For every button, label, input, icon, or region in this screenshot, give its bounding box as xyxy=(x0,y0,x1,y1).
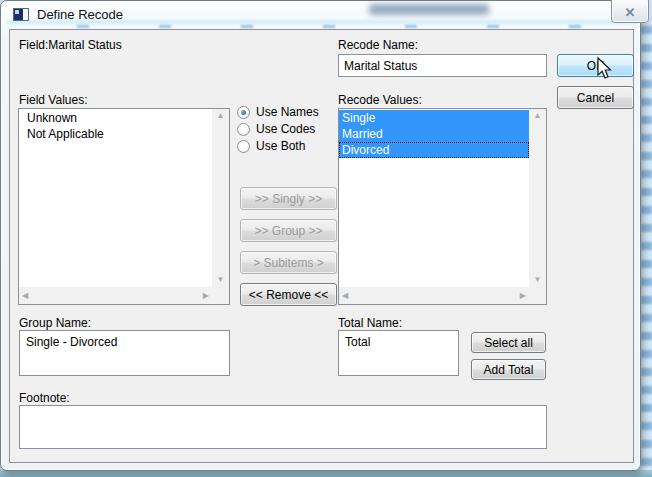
list-item-selected[interactable]: Single xyxy=(339,110,529,126)
scroll-up-icon[interactable]: ▲ xyxy=(534,112,542,120)
radio-use-both[interactable]: Use Both xyxy=(237,139,305,153)
radio-button-icon[interactable] xyxy=(237,123,250,136)
list-item[interactable]: Unknown xyxy=(19,110,212,126)
window-title: Define Recode xyxy=(37,7,123,22)
horizontal-scrollbar[interactable]: ◀ ▶ xyxy=(19,287,212,304)
select-all-button[interactable]: Select all xyxy=(471,332,546,353)
field-values-label: Field Values: xyxy=(19,93,87,107)
scroll-right-icon[interactable]: ▶ xyxy=(203,292,209,300)
scroll-down-icon[interactable]: ▼ xyxy=(534,276,542,284)
vertical-scrollbar[interactable]: ▲ ▼ xyxy=(529,109,546,287)
group-name-input[interactable]: Single - Divorced xyxy=(19,330,230,376)
define-recode-dialog: Define Recode ✕ Field:Marital Status Rec… xyxy=(0,0,641,471)
recode-name-input[interactable] xyxy=(338,54,547,77)
scroll-right-icon[interactable]: ▶ xyxy=(520,292,526,300)
radio-use-codes[interactable]: Use Codes xyxy=(237,122,315,136)
screen: Define Recode ✕ Field:Marital Status Rec… xyxy=(0,0,652,477)
radio-use-names[interactable]: Use Names xyxy=(237,105,319,119)
vertical-scrollbar[interactable]: ▲ ▼ xyxy=(212,109,229,287)
group-button[interactable]: >> Group >> xyxy=(240,219,337,242)
app-icon xyxy=(13,8,29,21)
subitems-button[interactable]: > Subitems > xyxy=(240,251,337,274)
close-button[interactable]: ✕ xyxy=(611,0,649,23)
list-item-selected-focused[interactable]: Divorced xyxy=(339,142,529,158)
title-bar[interactable]: Define Recode xyxy=(1,1,642,29)
list-item[interactable]: Not Applicable xyxy=(19,126,212,142)
list-item-selected[interactable]: Married xyxy=(339,126,529,142)
recode-name-label: Recode Name: xyxy=(338,38,418,52)
radio-button-icon[interactable] xyxy=(237,140,250,153)
total-name-label: Total Name: xyxy=(338,316,402,330)
background-window-edge xyxy=(0,470,652,477)
group-name-label: Group Name: xyxy=(19,316,91,330)
recode-values-listbox[interactable]: Single Married Divorced ▲ ▼ ◀ ▶ xyxy=(338,108,547,305)
scroll-left-icon[interactable]: ◀ xyxy=(22,292,28,300)
recode-values-label: Recode Values: xyxy=(338,93,422,107)
field-values-listbox[interactable]: Unknown Not Applicable ▲ ▼ ◀ ▶ xyxy=(18,108,230,305)
total-name-input[interactable]: Total xyxy=(338,330,459,376)
add-total-button[interactable]: Add Total xyxy=(471,359,546,380)
cancel-button[interactable]: Cancel xyxy=(557,86,634,109)
remove-button[interactable]: << Remove << xyxy=(240,283,337,306)
scrollbar-corner xyxy=(212,287,229,304)
field-label: Field:Marital Status xyxy=(19,38,122,52)
close-icon: ✕ xyxy=(625,5,636,20)
scrollbar-corner xyxy=(529,287,546,304)
scroll-left-icon[interactable]: ◀ xyxy=(342,292,348,300)
scroll-down-icon[interactable]: ▼ xyxy=(217,276,225,284)
singly-button[interactable]: >> Singly >> xyxy=(240,187,337,210)
horizontal-scrollbar[interactable]: ◀ ▶ xyxy=(339,287,529,304)
background-window-scrollbar xyxy=(641,26,652,471)
footnote-input[interactable] xyxy=(19,405,547,449)
radio-button-icon[interactable] xyxy=(237,106,250,119)
field-values-items: Unknown Not Applicable xyxy=(19,109,212,287)
footnote-label: Footnote: xyxy=(19,391,70,405)
scroll-up-icon[interactable]: ▲ xyxy=(217,112,225,120)
ok-button[interactable]: OK xyxy=(557,54,634,77)
recode-values-items: Single Married Divorced xyxy=(339,109,529,287)
